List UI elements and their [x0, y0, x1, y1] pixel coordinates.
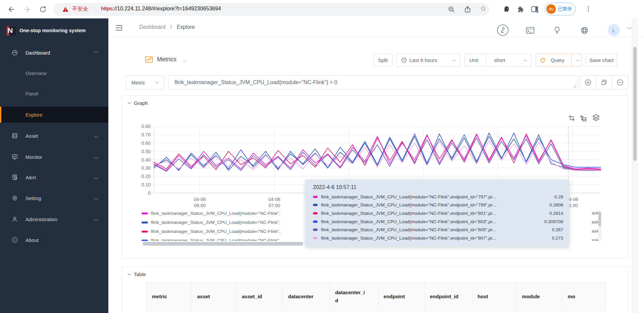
sidebar-item-monitor[interactable]: Monitor	[0, 149, 108, 165]
sidebar-item-overview[interactable]: Overview	[0, 65, 108, 81]
legend-horizontal-scrollbar[interactable]	[143, 242, 303, 246]
breadcrumb-dashboard[interactable]: Dashboard	[139, 24, 165, 30]
url-text[interactable]: https://10.224.11.248/#/explore?t=164923…	[101, 6, 221, 12]
url-scheme: https	[101, 6, 113, 11]
legend-item[interactable]: flink_taskmanager_Status_JVM_CPU_Load{mo…	[142, 227, 280, 236]
legend-item[interactable]: flink_taskmanager_Status_JVM_CPU_Load{mo…	[142, 209, 280, 218]
add-query-button[interactable]	[580, 75, 596, 89]
legend-label: flink_taskmanager_Status_JVM_CPU_Load{mo…	[151, 220, 280, 225]
terminal-window-icon[interactable]	[526, 26, 535, 34]
table-row	[147, 311, 606, 313]
chevron-down-icon	[524, 58, 527, 61]
svg-text:0.70: 0.70	[142, 132, 151, 137]
metric-type-select[interactable]: Metric	[126, 75, 164, 89]
evernote-extension-icon[interactable]	[502, 5, 511, 13]
table-panel-title: Table	[134, 271, 146, 277]
sidebar-item-asset[interactable]: Asset	[0, 128, 108, 144]
query-label: Query	[551, 57, 565, 63]
side-panel-icon[interactable]	[531, 5, 539, 13]
metric-query-input[interactable]: flink_taskmanager_Status_JVM_CPU_Load{mo…	[168, 75, 578, 89]
legend-item[interactable]: flink_taskmanager_Status_JVM_CPU_Load{mo…	[142, 236, 280, 241]
monitor-screen-icon	[11, 153, 18, 160]
sidebar-item-about[interactable]: About	[0, 232, 108, 248]
sidebar-item-administration[interactable]: Administration	[0, 211, 108, 227]
tooltip-row: flink_taskmanager_Status_JVM_CPU_Load{mo…	[313, 209, 563, 217]
share-icon[interactable]	[464, 6, 471, 13]
sidebar-item-explore[interactable]: Explore	[0, 107, 108, 123]
table-panel: Table metricassetasset_iddatacenterdatac…	[122, 266, 628, 313]
browser-forward-button[interactable]	[23, 5, 31, 13]
table-column-header: metric	[147, 282, 192, 311]
alert-document-icon	[11, 174, 18, 181]
graph-tooltip-rows: flink_taskmanager_Status_JVM_CPU_Load{mo…	[313, 193, 563, 242]
zoom-out-icon[interactable]	[448, 6, 455, 13]
svg-text:04-06: 04-06	[194, 197, 206, 202]
tooltip-row: flink_taskmanager_Status_JVM_CPU_Load{mo…	[313, 234, 563, 242]
query-actions-group	[580, 75, 628, 89]
sidebar-item-dashboard[interactable]: Dashboard	[0, 45, 108, 61]
chevron-down-icon	[94, 175, 98, 180]
globe-icon[interactable]	[581, 26, 588, 34]
app-header: Dashboard / Explore L	[108, 18, 644, 37]
resize-handle[interactable]	[573, 85, 577, 88]
browser-profile-button[interactable]: du 已暂停	[545, 3, 576, 15]
graph-panel: Graph 0.800.700.600.500.400.300.200.1000…	[122, 95, 628, 258]
browser-reload-button[interactable]	[39, 5, 47, 13]
legend-item[interactable]: flink_taskmanager_Status_JVM_CPU_Load{mo…	[142, 218, 280, 227]
table-column-header: module	[517, 282, 562, 311]
metrics-chevron-icon[interactable]	[182, 58, 187, 63]
tooltip-series-label: flink_taskmanager_Status_JVM_CPU_Load{mo…	[321, 236, 533, 241]
svg-text:0.30: 0.30	[142, 165, 151, 171]
copy-query-button[interactable]	[596, 75, 612, 89]
svg-text:06:00: 06:00	[194, 203, 206, 208]
chevron-down-icon	[452, 58, 456, 61]
legend-vertical-scrollbar[interactable]	[598, 211, 601, 242]
share-link-icon[interactable]	[497, 24, 509, 36]
svg-text:07:00: 07:00	[268, 203, 280, 208]
time-range-button[interactable]: Last 6 hours	[396, 54, 460, 67]
administration-user-icon	[11, 216, 18, 223]
breadcrumb-explore[interactable]: Explore	[177, 24, 195, 30]
bookmark-star-icon[interactable]: ☆	[480, 4, 487, 13]
sidebar-item-alert[interactable]: Alert	[0, 169, 108, 185]
extensions-puzzle-icon[interactable]	[517, 5, 525, 13]
user-menu-chevron-icon[interactable]	[627, 25, 632, 29]
page-scrollbar[interactable]	[632, 18, 638, 313]
table-header-row: metricassetasset_iddatacenterdatacenter_…	[147, 282, 606, 311]
svg-text:0.40: 0.40	[142, 157, 151, 163]
menu-fold-icon[interactable]	[115, 24, 123, 32]
browser-back-button[interactable]	[7, 5, 15, 13]
chevron-down-icon	[94, 155, 98, 159]
tooltip-series-label: flink_taskmanager_Status_JVM_CPU_Load{mo…	[321, 227, 533, 232]
svg-text:04-06: 04-06	[268, 197, 280, 202]
collapse-chevron-icon	[128, 272, 131, 275]
table-column-header: asset	[192, 282, 236, 311]
sidebar-item-setting[interactable]: Setting	[0, 190, 108, 206]
graph-tooltip: 2022-4-6 10:57:11 flink_taskmanager_Stat…	[305, 180, 569, 247]
user-avatar[interactable]: L	[608, 24, 620, 36]
chevron-down-icon	[94, 196, 98, 200]
sidebar-item-panel[interactable]: Panel	[0, 85, 108, 102]
legend-color-dash	[142, 231, 148, 233]
split-button[interactable]: Split	[373, 54, 392, 67]
tooltip-row: flink_taskmanager_Status_JVM_CPU_Load{mo…	[313, 193, 563, 201]
query-split-button[interactable]: Query	[536, 54, 582, 67]
legend-label: flink_taskmanager_Status_JVM_CPU_Load{mo…	[151, 229, 280, 234]
unit-select-group[interactable]: Unit short	[464, 54, 531, 67]
security-warning-label[interactable]: 不安全	[72, 6, 88, 13]
query-options-chevron-icon[interactable]	[576, 58, 579, 61]
remove-query-button[interactable]	[612, 75, 628, 89]
warning-triangle-icon[interactable]	[62, 6, 69, 13]
table-scroll-area[interactable]: metricassetasset_iddatacenterdatacenter_…	[146, 282, 606, 313]
url-rest: ://10.224.11.248/#/explore?t=16492306536…	[113, 6, 221, 11]
address-bar[interactable]: 不安全 https://10.224.11.248/#/explore?t=16…	[53, 3, 489, 16]
save-chart-button[interactable]: Save chart	[586, 54, 617, 67]
series-color-dot	[313, 221, 318, 223]
setting-gear-icon	[11, 195, 18, 201]
page-scrollbar-thumb[interactable]	[633, 47, 637, 161]
browser-menu-icon[interactable]	[584, 5, 592, 13]
lightbulb-icon[interactable]	[553, 26, 561, 34]
screen: 不安全 https://10.224.11.248/#/explore?t=16…	[0, 0, 644, 313]
metrics-title: Metrics	[157, 56, 176, 63]
table-panel-header[interactable]: Table	[128, 271, 146, 277]
